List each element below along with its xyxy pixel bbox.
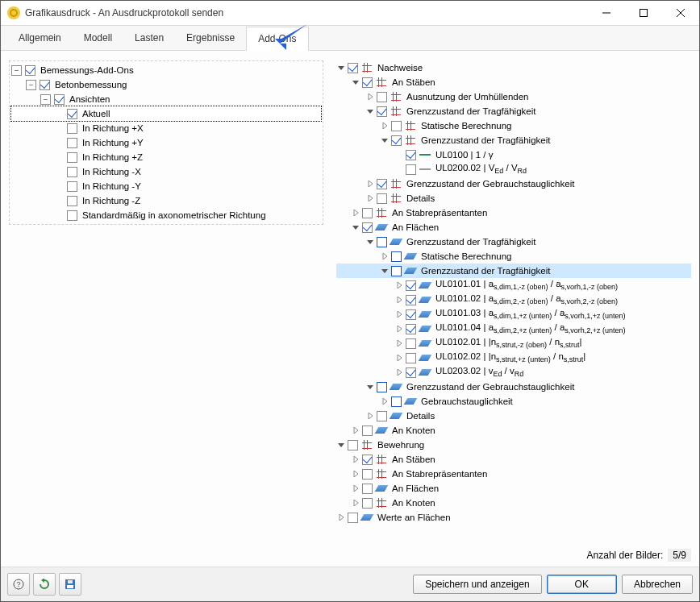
checkbox[interactable] [377,106,387,117]
chevron-right-icon[interactable] [394,295,404,305]
checkbox[interactable] [391,396,402,407]
chevron-right-icon[interactable] [365,179,375,189]
left-tree-pane[interactable]: −Bemessungs-Add-Ons−Betonbemessung−Ansic… [9,60,323,544]
chevron-right-icon[interactable] [394,338,404,348]
chevron-right-icon[interactable] [351,484,360,493]
tree-row[interactable]: An Stäben [336,75,691,89]
tree-row[interactable]: In Richtung -Z [11,193,321,208]
checkbox[interactable] [377,193,387,204]
checkbox[interactable] [362,498,373,509]
save-icon-button[interactable] [59,573,81,596]
checkbox[interactable] [406,324,416,334]
tree-row[interactable]: Bewehrung [336,438,691,452]
tree-row[interactable]: Details [336,191,691,206]
tree-row[interactable]: Grenzzustand der Tragfähigkeit [336,235,691,249]
tree-row[interactable]: Grenzzustand der Tragfähigkeit [336,133,691,147]
toggle-box-icon[interactable]: − [11,65,22,76]
checkbox[interactable] [362,469,373,480]
chevron-right-icon[interactable] [394,367,404,377]
checkbox[interactable] [391,121,402,131]
chevron-right-icon[interactable] [365,193,375,203]
checkbox[interactable] [362,222,373,233]
tree-row[interactable]: In Richtung +X [11,121,321,135]
tree-row[interactable]: Werte an Flächen [336,510,691,525]
save-and-show-button[interactable]: Speichern und anzeigen [413,575,541,594]
checkbox[interactable] [67,181,77,192]
minimize-button[interactable] [588,1,625,25]
tree-row[interactable]: Grenzzustand der Gebrauchstauglichkeit [336,380,691,394]
chevron-right-icon[interactable] [351,208,360,218]
chevron-down-icon[interactable] [365,237,375,247]
tab-lasten[interactable]: Lasten [123,26,175,50]
tab-ergebnisse[interactable]: Ergebnisse [175,26,246,50]
close-button[interactable] [662,1,699,25]
checkbox[interactable] [391,251,402,262]
chevron-down-icon[interactable] [380,266,390,276]
checkbox[interactable] [391,266,402,276]
checkbox[interactable] [67,152,77,163]
tree-row[interactable]: UL0203.02 | vEd / vRd [336,365,691,380]
checkbox[interactable] [67,123,77,134]
tree-row[interactable]: Statische Berechnung [336,249,691,264]
tree-row[interactable]: An Knoten [336,496,691,510]
checkbox[interactable] [377,237,387,247]
tree-row[interactable]: Nachweise [336,60,691,75]
tab-modell[interactable]: Modell [73,26,123,50]
tree-row[interactable]: −Betonbemessung [11,77,321,92]
tree-row[interactable]: An Stabrepräsentanten [336,467,691,481]
chevron-right-icon[interactable] [394,309,404,319]
chevron-right-icon[interactable] [365,92,375,102]
checkbox[interactable] [362,484,373,494]
checkbox[interactable] [348,440,358,450]
checkbox[interactable] [362,77,373,88]
chevron-down-icon[interactable] [336,440,346,450]
tree-row[interactable]: An Stabrepräsentanten [336,206,691,220]
tree-row[interactable]: Statische Berechnung [336,118,691,133]
tree-row[interactable]: An Stäben [336,452,691,467]
toggle-box-icon[interactable]: − [40,94,51,105]
tree-row[interactable]: In Richtung -Y [11,179,321,193]
toggle-box-icon[interactable]: − [26,80,36,90]
tree-row[interactable]: Details [336,409,691,423]
checkbox[interactable] [406,280,416,291]
tree-row[interactable]: Gebrauchstauglichkeit [336,394,691,409]
chevron-down-icon[interactable] [380,135,390,145]
checkbox[interactable] [40,80,50,90]
checkbox[interactable] [377,382,387,392]
chevron-right-icon[interactable] [351,469,360,479]
checkbox[interactable] [67,196,77,206]
checkbox[interactable] [67,138,77,148]
chevron-down-icon[interactable] [365,382,375,392]
chevron-right-icon[interactable] [351,426,360,435]
tree-row[interactable]: Grenzzustand der Gebrauchstauglichkeit [336,176,691,191]
tab-allgemein[interactable]: Allgemein [7,26,73,50]
checkbox[interactable] [54,94,65,105]
checkbox[interactable] [67,167,77,177]
chevron-down-icon[interactable] [351,222,360,232]
chevron-right-icon[interactable] [380,121,390,131]
checkbox[interactable] [362,455,373,465]
checkbox[interactable] [67,210,77,221]
right-tree-pane[interactable]: NachweiseAn StäbenAusnutzung der Umhülle… [336,60,691,544]
checkbox[interactable] [406,150,416,160]
chevron-right-icon[interactable] [394,353,404,363]
checkbox[interactable] [348,63,358,73]
chevron-right-icon[interactable] [394,324,404,334]
tree-row[interactable]: Aktuell [11,106,321,121]
checkbox[interactable] [406,309,416,320]
chevron-down-icon[interactable] [336,63,346,73]
checkbox[interactable] [377,179,387,189]
chevron-down-icon[interactable] [365,106,375,116]
help-icon-button[interactable]: ? [7,573,30,596]
ok-button[interactable]: OK [547,575,617,594]
chevron-right-icon[interactable] [365,411,375,421]
maximize-button[interactable] [625,1,662,25]
checkbox[interactable] [391,135,402,146]
checkbox[interactable] [406,367,416,378]
tree-row[interactable]: −Bemessungs-Add-Ons [11,63,321,77]
tree-row[interactable]: In Richtung +Y [11,135,321,150]
tree-row[interactable]: UL0200.02 | VEd / VRd [336,162,691,176]
chevron-right-icon[interactable] [336,513,346,522]
chevron-right-icon[interactable] [380,251,390,261]
checkbox[interactable] [25,65,35,76]
